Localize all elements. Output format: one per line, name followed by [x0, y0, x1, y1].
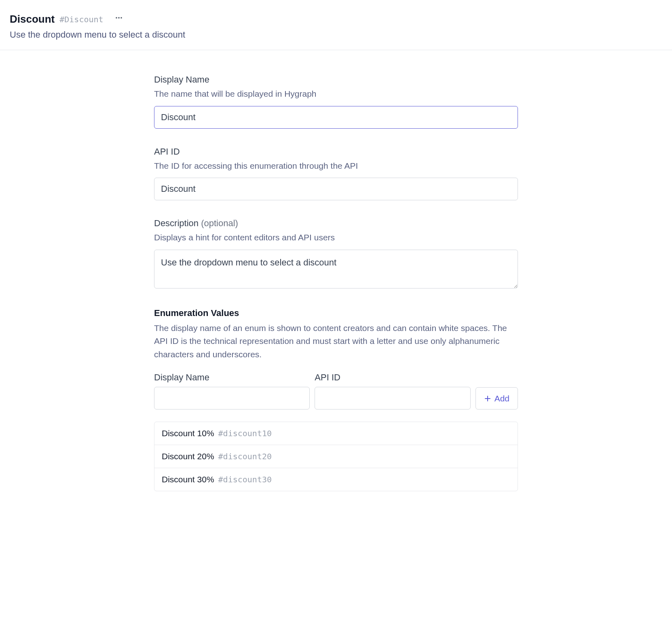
enum-display-name-input[interactable] — [154, 387, 310, 409]
add-enum-value-button[interactable]: Add — [475, 387, 518, 409]
enum-api-id-col-label: API ID — [315, 372, 470, 383]
api-id-hint: The ID for accessing this enumeration th… — [154, 159, 518, 172]
plus-icon — [484, 395, 491, 402]
enum-value-api-id-tag: #discount20 — [218, 452, 272, 461]
enum-value-display-name: Discount 10% — [162, 429, 214, 438]
page-subtitle: Use the dropdown menu to select a discou… — [10, 30, 662, 40]
enum-inputs-row: Display Name API ID Add — [154, 372, 518, 409]
enum-api-id-input[interactable] — [315, 387, 470, 409]
api-id-group: API ID The ID for accessing this enumera… — [154, 146, 518, 201]
form-container: Display Name The name that will be displ… — [154, 50, 518, 507]
svg-point-1 — [118, 17, 120, 19]
add-button-label: Add — [494, 394, 509, 403]
enum-value-row[interactable]: Discount 10% #discount10 — [154, 422, 518, 445]
enum-values-section: Enumeration Values The display name of a… — [154, 308, 518, 492]
enum-value-display-name: Discount 30% — [162, 475, 214, 484]
description-label-text: Description — [154, 218, 199, 228]
description-hint: Displays a hint for content editors and … — [154, 231, 518, 244]
display-name-input[interactable] — [154, 106, 518, 129]
page-api-id-tag: #Discount — [59, 15, 103, 24]
api-id-input[interactable] — [154, 178, 518, 200]
description-textarea[interactable] — [154, 250, 518, 289]
display-name-group: Display Name The name that will be displ… — [154, 74, 518, 129]
enum-display-name-col-label: Display Name — [154, 372, 310, 383]
enum-value-api-id-tag: #discount30 — [218, 475, 272, 484]
description-optional-text: (optional) — [201, 218, 238, 228]
svg-point-2 — [120, 17, 122, 19]
enum-value-api-id-tag: #discount10 — [218, 429, 272, 438]
enum-value-display-name: Discount 20% — [162, 452, 214, 461]
page-title: Discount — [10, 13, 55, 25]
svg-point-0 — [116, 17, 117, 19]
enum-value-row[interactable]: Discount 20% #discount20 — [154, 445, 518, 468]
description-label: Description (optional) — [154, 218, 518, 229]
page-header: Discount #Discount Use the dropdown menu… — [0, 0, 672, 50]
enum-value-row[interactable]: Discount 30% #discount30 — [154, 468, 518, 491]
display-name-label: Display Name — [154, 74, 518, 85]
more-options-icon[interactable] — [113, 12, 125, 23]
api-id-label: API ID — [154, 146, 518, 157]
display-name-hint: The name that will be displayed in Hygra… — [154, 87, 518, 100]
enum-section-title: Enumeration Values — [154, 308, 518, 318]
description-group: Description (optional) Displays a hint f… — [154, 218, 518, 290]
enum-values-list: Discount 10% #discount10 Discount 20% #d… — [154, 422, 518, 491]
enum-section-hint: The display name of an enum is shown to … — [154, 322, 518, 361]
